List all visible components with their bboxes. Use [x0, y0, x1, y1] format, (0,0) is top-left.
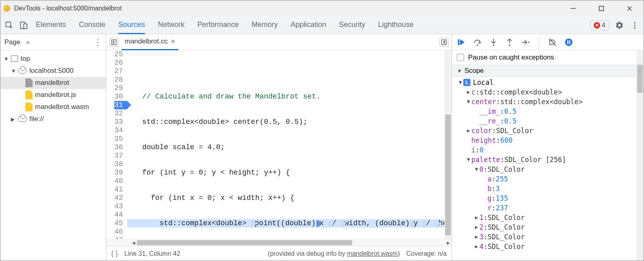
debugger-toolbar	[452, 34, 644, 50]
close-tab-icon[interactable]: ×	[171, 37, 175, 46]
inline-marker-icon	[423, 220, 425, 227]
editor-status-bar: { } Line 31, Column 42 (provided via deb…	[106, 246, 452, 261]
tab-network[interactable]: Network	[158, 16, 184, 34]
file-label: mandelbrot.js	[35, 91, 76, 99]
tab-console[interactable]: Console	[79, 16, 105, 34]
svg-rect-14	[458, 39, 460, 45]
tree-file-proto-label: file://	[29, 115, 44, 123]
editor-column: mandelbrot.cc × 25 26 27 28 29 30 31 32	[106, 34, 452, 261]
sidebar-tab-page[interactable]: Page	[4, 38, 21, 46]
cursor-position: Line 31, Column 42	[124, 250, 180, 257]
pretty-print-icon[interactable]: { }	[111, 249, 118, 258]
debugger-vertical-scrollbar[interactable]	[636, 50, 644, 261]
var-c[interactable]: ▶cstd::complex<double>	[452, 87, 644, 97]
tree-file-proto[interactable]: ▶file://	[0, 113, 106, 125]
var-palette-0-g[interactable]: g135	[452, 193, 644, 203]
editor-horizontal-scrollbar[interactable]: ◂ ▸	[106, 239, 452, 246]
deactivate-breakpoints-icon[interactable]	[548, 38, 557, 47]
sidebar-head: Page » ⋮	[0, 34, 106, 50]
tree-file-mandelbrot[interactable]: mandelbrot	[0, 77, 106, 89]
window-controls	[559, 0, 644, 16]
cloud-icon	[18, 116, 27, 122]
var-color[interactable]: ▶colorSDL_Color	[452, 126, 644, 136]
step-out-icon[interactable]	[505, 38, 514, 47]
var-palette-3[interactable]: ▶3SDL_Color	[452, 232, 644, 242]
error-count-badge[interactable]: ✕ 4	[590, 21, 609, 30]
window-title: DevTools - localhost:5000/mandelbrot	[14, 5, 559, 12]
scope-local[interactable]: ▼LLocal	[452, 78, 644, 87]
error-icon: ✕	[594, 22, 600, 29]
tab-lighthouse[interactable]: Lighthouse	[378, 16, 413, 34]
js-file-icon	[25, 90, 33, 99]
inline-marker-icon	[252, 220, 254, 227]
tab-elements[interactable]: Elements	[36, 16, 66, 34]
close-button[interactable]	[615, 0, 644, 16]
device-toggle-icon[interactable]	[19, 21, 29, 30]
tab-performance[interactable]: Performance	[197, 16, 239, 34]
svg-rect-1	[599, 6, 604, 11]
var-center-re[interactable]: __re_0.5	[452, 116, 644, 126]
var-palette-0[interactable]: ▼0SDL_Color	[452, 164, 644, 174]
titlebar: DevTools - localhost:5000/mandelbrot	[0, 0, 644, 16]
svg-point-24	[565, 38, 572, 45]
var-palette-0-b[interactable]: b3	[452, 184, 644, 193]
svg-point-20	[509, 44, 510, 46]
var-palette-2[interactable]: ▶2SDL_Color	[452, 222, 644, 232]
svg-point-18	[493, 44, 494, 46]
nav-toggle-left-icon[interactable]	[109, 38, 118, 47]
var-palette-0-a[interactable]: a255	[452, 174, 644, 184]
exec-line-marker: 31	[114, 101, 127, 109]
scope-tree: ▼LLocal ▶cstd::complex<double> ▼centerst…	[452, 77, 644, 255]
var-center-im[interactable]: __im_0.5	[452, 107, 644, 116]
inline-marker-icon	[411, 220, 413, 227]
scope-label: Scope	[464, 67, 484, 75]
editor-tab-bar: mandelbrot.cc ×	[106, 34, 452, 50]
tree-top[interactable]: ▼top	[0, 53, 106, 65]
file-label: mandelbrot	[35, 79, 69, 87]
tab-security[interactable]: Security	[339, 16, 365, 34]
tab-sources[interactable]: Sources	[118, 16, 145, 34]
minimize-button[interactable]	[559, 0, 587, 16]
exec-line: std::complex<double> point((double)x / w…	[127, 219, 452, 228]
var-palette-1[interactable]: ▶1SDL_Color	[452, 213, 644, 222]
frame-icon	[11, 55, 18, 62]
step-over-icon[interactable]	[473, 38, 482, 47]
resume-icon[interactable]	[457, 38, 466, 47]
sidebar-overflow-icon[interactable]: ⋮	[94, 37, 102, 47]
inline-marker-icon	[329, 220, 331, 227]
coverage-status: Coverage: n/a	[406, 250, 447, 257]
pause-on-exceptions-icon[interactable]	[564, 38, 573, 47]
nav-toggle-right-icon[interactable]	[440, 38, 448, 47]
tab-memory[interactable]: Memory	[252, 16, 278, 34]
var-center[interactable]: ▼centerstd::complex<double>	[452, 97, 644, 107]
svg-rect-26	[569, 40, 570, 44]
more-menu-icon[interactable]	[630, 21, 640, 30]
error-count: 4	[602, 22, 605, 29]
sidebar-more-tabs-icon[interactable]: »	[26, 39, 30, 46]
code-editor[interactable]: 25 26 27 28 29 30 31 32 33 34 35 36 37 3…	[106, 50, 452, 239]
var-i[interactable]: i0	[452, 145, 644, 155]
inline-marker-icon	[341, 220, 344, 227]
var-palette-0-r[interactable]: r237	[452, 203, 644, 213]
pause-checkbox[interactable]	[457, 54, 464, 61]
maximize-button[interactable]	[587, 0, 615, 16]
pause-on-exceptions-row[interactable]: Pause on caught exceptions	[452, 50, 644, 65]
inspect-element-icon[interactable]	[4, 21, 14, 30]
scope-section-head[interactable]: ▼Scope	[452, 65, 644, 77]
file-tab-mandelbrot-cc[interactable]: mandelbrot.cc ×	[122, 34, 178, 50]
editor-vertical-scrollbar[interactable]	[444, 50, 452, 239]
step-icon[interactable]	[521, 38, 530, 47]
step-into-icon[interactable]	[489, 38, 498, 47]
debug-source-link[interactable]: mandelbrot.wasm	[347, 250, 398, 257]
var-height[interactable]: height600	[452, 136, 644, 145]
tree-file-mandelbrot-wasm[interactable]: mandelbrot.wasm	[0, 101, 106, 113]
settings-gear-icon[interactable]	[615, 21, 624, 30]
var-palette[interactable]: ▼paletteSDL_Color [256]	[452, 155, 644, 164]
tab-application[interactable]: Application	[291, 16, 326, 34]
file-icon	[25, 78, 33, 87]
file-tab-label: mandelbrot.cc	[125, 37, 168, 45]
tree-host[interactable]: ▼localhost:5000	[0, 65, 106, 77]
local-badge-icon: L	[463, 79, 471, 86]
var-palette-4[interactable]: ▶4SDL_Color	[452, 242, 644, 251]
tree-file-mandelbrot-js[interactable]: mandelbrot.js	[0, 89, 106, 101]
